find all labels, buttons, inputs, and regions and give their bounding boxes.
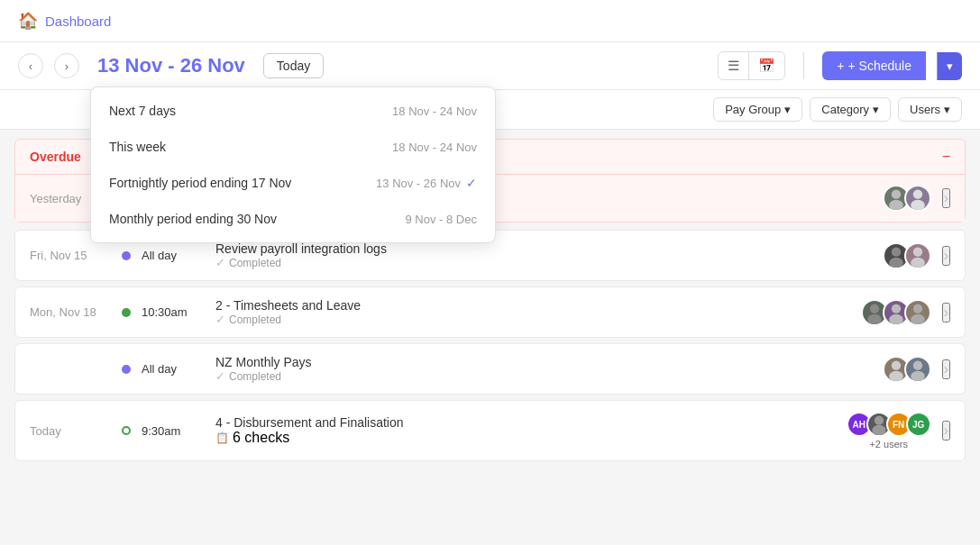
dropdown-item-date: 18 Nov - 24 Nov <box>392 141 477 154</box>
separator <box>803 52 804 79</box>
row-chevron[interactable]: › <box>942 188 950 208</box>
schedule-dropdown-button[interactable]: ▾ <box>937 52 962 80</box>
dashboard-link[interactable]: Dashboard <box>45 14 111 29</box>
dropdown-item-label: Monthly period ending 30 Nov <box>109 212 277 226</box>
status-badge: ✓ Completed <box>215 256 872 269</box>
time-text: 9:30am <box>142 424 205 438</box>
row-chevron[interactable]: › <box>942 421 950 441</box>
svg-point-16 <box>912 360 921 369</box>
table-row: Mon, Nov 18 10:30am 2 - Timesheets and L… <box>14 286 966 338</box>
dropdown-item-label: This week <box>109 140 166 154</box>
status-dot <box>122 251 131 260</box>
top-nav: 🏠 Dashboard <box>0 0 980 42</box>
collapse-button[interactable]: − <box>942 149 950 165</box>
svg-point-19 <box>872 425 885 436</box>
category-label: Category <box>821 103 869 116</box>
pay-group-filter[interactable]: Pay Group ▾ <box>713 97 802 122</box>
status-text: Completed <box>229 313 281 326</box>
svg-point-10 <box>891 304 900 313</box>
svg-point-1 <box>889 200 903 211</box>
dropdown-item-thisweek[interactable]: This week 18 Nov - 24 Nov <box>91 129 495 165</box>
dropdown-item-date: 13 Nov - 26 Nov ✓ <box>376 176 477 190</box>
svg-point-14 <box>891 360 900 369</box>
users-filter[interactable]: Users ▾ <box>898 97 962 122</box>
status-text: Completed <box>229 257 281 269</box>
status-badge: ✓ Completed <box>215 369 872 383</box>
row-chevron[interactable]: › <box>942 246 950 266</box>
schedule-rows: Fri, Nov 15 All day Review payroll integ… <box>14 230 966 461</box>
selected-check-icon: ✓ <box>466 176 477 190</box>
svg-point-13 <box>911 313 925 324</box>
svg-point-12 <box>912 304 921 313</box>
dropdown-item-next7[interactable]: Next 7 days 18 Nov - 24 Nov <box>91 93 495 129</box>
table-row: All day NZ Monthly Pays ✓ Completed › <box>14 343 966 395</box>
chevron-down-icon: ▾ <box>947 59 953 73</box>
calendar-view-button[interactable]: 📅 <box>749 52 784 79</box>
avatar <box>904 185 931 212</box>
dropdown-item-date: 18 Nov - 24 Nov <box>392 104 477 118</box>
list-icon: ☰ <box>728 58 739 74</box>
svg-point-5 <box>889 257 903 268</box>
avatar <box>904 299 931 326</box>
status-dot <box>122 308 131 317</box>
row-date: Today <box>30 424 111 438</box>
avatar <box>904 356 931 383</box>
task-name: 2 - Timesheets and Leave <box>215 298 850 313</box>
svg-point-8 <box>869 304 878 313</box>
plus-icon: + <box>837 59 844 73</box>
prev-icon: ‹ <box>29 59 32 73</box>
header-row: ‹ › 13 Nov - 26 Nov Today ☰ 📅 + + Schedu… <box>0 42 980 90</box>
home-icon[interactable]: 🏠 <box>18 11 38 31</box>
avatar <box>904 242 931 269</box>
dropdown-item-label: Next 7 days <box>109 104 176 118</box>
calendar-icon: 📅 <box>758 58 775 74</box>
svg-point-0 <box>891 189 900 198</box>
svg-point-2 <box>912 189 921 198</box>
list-view-button[interactable]: ☰ <box>719 52 749 79</box>
date-range: 13 Nov - 26 Nov <box>97 54 245 77</box>
schedule-button[interactable]: + + Schedule <box>822 51 926 80</box>
row-chevron[interactable]: › <box>942 359 950 379</box>
view-toggle: ☰ 📅 <box>718 51 785 80</box>
svg-point-4 <box>891 247 900 256</box>
calendar-small-icon: 📋 <box>215 431 229 444</box>
svg-point-17 <box>911 370 925 381</box>
row-date: Mon, Nov 18 <box>30 305 111 319</box>
dropdown-item-label: Fortnightly period ending 17 Nov <box>109 176 291 190</box>
extra-users-label: +2 users <box>869 439 908 450</box>
dropdown-item-monthly[interactable]: Monthly period ending 30 Nov 9 Nov - 8 D… <box>91 201 495 237</box>
avatars <box>861 299 931 326</box>
today-button[interactable]: Today <box>263 53 324 78</box>
next-button[interactable]: › <box>54 53 79 78</box>
next-icon: › <box>65 59 69 73</box>
check-icon: ✓ <box>215 369 225 383</box>
prev-button[interactable]: ‹ <box>18 53 43 78</box>
avatars <box>883 242 931 269</box>
avatars: AH FN JG <box>847 412 931 437</box>
task-info: 4 - Disbursement and Finalisation 📋 6 ch… <box>215 415 836 446</box>
status-badge: ✓ Completed <box>215 313 850 326</box>
svg-point-3 <box>911 200 925 211</box>
pay-group-label: Pay Group <box>725 103 781 116</box>
pay-group-chevron: ▾ <box>784 103 791 116</box>
check-icon: ✓ <box>215 313 225 326</box>
row-chevron[interactable]: › <box>942 303 950 322</box>
svg-point-18 <box>875 416 884 425</box>
users-label: Users <box>910 103 940 116</box>
collapse-icon: − <box>942 149 950 164</box>
svg-point-6 <box>912 247 921 256</box>
time-text: All day <box>142 362 205 376</box>
status-text: Completed <box>229 370 281 383</box>
period-dropdown: Next 7 days 18 Nov - 24 Nov This week 18… <box>90 86 496 243</box>
task-info: Review payroll integration logs ✓ Comple… <box>215 241 872 269</box>
schedule-label: + Schedule <box>848 59 911 73</box>
status-dot <box>122 426 131 435</box>
category-filter[interactable]: Category ▾ <box>810 97 891 122</box>
overdue-label: Overdue <box>30 150 81 164</box>
avatar: JG <box>906 412 931 437</box>
task-name: Review payroll integration logs <box>215 241 872 256</box>
users-chevron: ▾ <box>944 103 950 116</box>
dropdown-item-fortnightly[interactable]: Fortnightly period ending 17 Nov 13 Nov … <box>91 165 495 201</box>
task-name: 4 - Disbursement and Finalisation <box>215 415 836 430</box>
task-info: NZ Monthly Pays ✓ Completed <box>215 355 872 383</box>
